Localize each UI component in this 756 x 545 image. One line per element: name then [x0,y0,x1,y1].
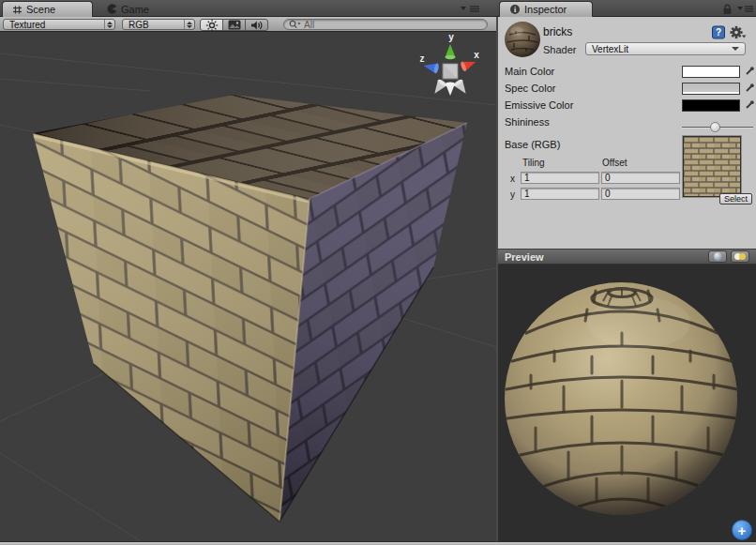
tab-scene-label: Scene [26,4,55,15]
speaker-icon [250,20,264,31]
add-button[interactable]: + [732,520,752,540]
shader-label: Shader [543,44,576,55]
tab-inspector[interactable]: i Inspector [499,1,593,17]
help-icon[interactable]: ? [712,25,725,41]
gear-icon[interactable] [730,25,747,41]
gizmo-axis-z[interactable] [422,61,439,74]
tab-strip: Scene Game i Inspector [0,0,756,17]
texture-select-button[interactable]: Select [719,193,752,204]
scene-3d-render: y x z [0,32,496,541]
scene-viewport[interactable]: y x z [0,32,496,541]
shader-dropdown[interactable]: VertexLit [585,42,746,55]
tab-game[interactable]: Game [98,1,159,17]
unity-editor-window: Scene Game i Inspector [0,0,756,545]
offset-y-input[interactable] [601,188,680,200]
tiling-y-label: y [510,189,515,200]
gizmo-label-y: y [448,32,454,42]
eyedropper-icon[interactable] [744,82,755,96]
render-mode-value: Textured [4,20,104,30]
offset-header: Offset [602,158,627,168]
shininess-slider[interactable] [682,127,753,129]
audio-toggle-button[interactable] [245,19,268,31]
sphere-icon [714,252,722,261]
stepper-arrows-icon [104,20,114,29]
gizmo-axis-negative[interactable] [453,78,470,97]
shininess-slider-knob[interactable] [710,122,720,132]
tab-game-label: Game [121,4,149,15]
scene-grid-icon [12,5,23,15]
preview-sphere-render [498,265,756,541]
base-texture-thumbnail[interactable] [683,136,741,197]
shader-value: VertexLit [592,44,732,54]
inspector-panel: bricks Shader VertexLit ? [498,17,756,541]
preview-title: Preview [505,251,704,263]
tab-inspector-label: Inspector [524,4,567,15]
image-icon [228,20,241,30]
preview-lighting-button[interactable] [731,250,749,263]
shininess-label: Shininess [505,116,550,128]
emissive-color-swatch[interactable] [682,99,740,112]
scene-pane-menu-icon[interactable] [460,5,482,13]
chevron-down-icon [732,47,739,51]
spec-color-swatch[interactable] [682,83,740,95]
base-rgb-label: Base (RGB) [505,139,560,150]
info-icon: i [509,4,521,15]
gizmo-label-z: z [420,53,425,64]
material-name: bricks [543,25,572,38]
skybox-toggle-button[interactable] [222,19,246,31]
lock-icon[interactable] [722,4,733,17]
search-input[interactable] [304,20,482,30]
offset-x-input[interactable] [601,172,680,184]
eyedropper-icon[interactable] [744,65,755,79]
scene-toolbar: Textured RGB [0,17,496,32]
main-color-label: Main Color [505,66,554,77]
tiling-header: Tiling [522,158,545,168]
search-icon [289,20,301,29]
emissive-color-label: Emissive Color [505,99,573,111]
game-pacman-icon [107,4,117,14]
preview-viewport[interactable]: + [498,265,756,541]
render-mode-dropdown[interactable]: Textured [3,19,115,30]
gizmo-label-x: x [474,50,479,60]
main-color-swatch[interactable] [682,66,740,78]
svg-text:?: ? [716,27,721,38]
brick-cube[interactable] [33,95,467,522]
scene-orientation-gizmo[interactable]: y x z [420,32,480,97]
preview-model-button[interactable] [708,250,727,263]
sun-icon [205,19,219,32]
spec-color-label: Spec Color [505,83,555,94]
tiling-x-input[interactable] [521,172,599,184]
lighting-toggle-button[interactable] [200,19,223,31]
color-mode-dropdown[interactable]: RGB [122,19,195,30]
light-icon [739,253,746,260]
inspector-pane-menu-icon[interactable] [737,5,754,13]
tiling-y-input[interactable] [521,188,599,200]
gizmo-axis-y[interactable] [446,44,456,59]
material-preview-ball [504,21,541,60]
preview-header[interactable]: Preview [498,249,756,265]
window-bottom-frame [0,541,756,545]
scene-search-field[interactable] [283,19,488,30]
stepper-arrows-icon [184,20,194,29]
color-mode-value: RGB [123,20,184,30]
scene-toggle-buttons [200,19,268,31]
gizmo-axis-negative[interactable] [446,83,455,97]
tiling-x-label: x [510,174,515,184]
tab-scene[interactable]: Scene [2,1,93,17]
gizmo-axis-negative[interactable] [431,78,447,97]
eyedropper-icon[interactable] [744,98,755,113]
